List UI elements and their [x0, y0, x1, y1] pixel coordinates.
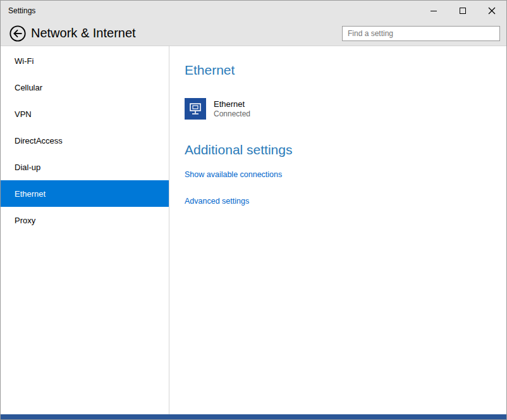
window-bottom-border	[1, 414, 506, 419]
section-title-ethernet: Ethernet	[185, 61, 491, 79]
sidebar-item-directaccess[interactable]: DirectAccess	[1, 127, 169, 154]
titlebar: Settings	[1, 1, 506, 21]
maximize-icon	[460, 8, 466, 14]
window-title: Settings	[1, 6, 35, 15]
search-input[interactable]	[342, 26, 500, 41]
sidebar: Wi-Fi Cellular VPN DirectAccess Dial-up …	[1, 46, 169, 414]
page-header: Network & Internet	[1, 21, 506, 46]
minimize-icon	[431, 11, 437, 11]
connection-status: Connected	[214, 109, 250, 119]
ethernet-icon	[185, 98, 206, 120]
close-icon	[488, 7, 496, 15]
content-area: Wi-Fi Cellular VPN DirectAccess Dial-up …	[1, 46, 506, 414]
section-title-additional-settings: Additional settings	[185, 141, 491, 159]
page-title: Network & Internet	[31, 26, 136, 40]
additional-links: Show available connections Advanced sett…	[185, 170, 491, 206]
settings-window: Settings Network & Intern	[0, 0, 507, 420]
connection-name: Ethernet	[214, 99, 250, 109]
sidebar-item-dialup[interactable]: Dial-up	[1, 154, 169, 180]
main-panel: Ethernet Ethernet Connected Additional s…	[169, 46, 506, 414]
back-arrow-icon	[9, 25, 27, 42]
minimize-button[interactable]	[419, 1, 448, 21]
sidebar-item-cellular[interactable]: Cellular	[1, 74, 169, 101]
sidebar-item-vpn[interactable]: VPN	[1, 101, 169, 127]
maximize-button[interactable]	[448, 1, 477, 21]
sidebar-item-ethernet[interactable]: Ethernet	[1, 180, 169, 207]
show-available-connections-link[interactable]: Show available connections	[185, 170, 282, 179]
advanced-settings-link[interactable]: Advanced settings	[185, 197, 249, 206]
connection-text: Ethernet Connected	[214, 99, 250, 119]
sidebar-item-proxy[interactable]: Proxy	[1, 207, 169, 233]
sidebar-item-wifi[interactable]: Wi-Fi	[1, 47, 169, 74]
ethernet-connection-item[interactable]: Ethernet Connected	[185, 98, 250, 120]
back-button[interactable]	[8, 24, 27, 43]
window-controls	[419, 1, 506, 21]
close-button[interactable]	[477, 1, 506, 21]
